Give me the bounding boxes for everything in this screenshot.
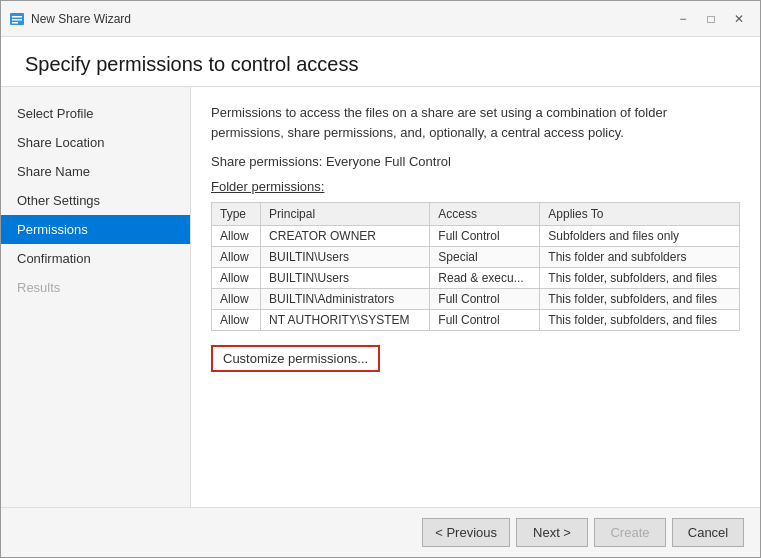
sidebar-item-other-settings[interactable]: Other Settings — [1, 186, 190, 215]
customize-permissions-button[interactable]: Customize permissions... — [211, 345, 380, 372]
close-button[interactable]: ✕ — [726, 7, 752, 31]
page-header: Specify permissions to control access — [1, 37, 760, 87]
next-button[interactable]: Next > — [516, 518, 588, 547]
sidebar-item-permissions[interactable]: Permissions — [1, 215, 190, 244]
permissions-table: Type Principal Access Applies To AllowCR… — [211, 202, 740, 331]
previous-button[interactable]: < Previous — [422, 518, 510, 547]
table-row: AllowCREATOR OWNERFull ControlSubfolders… — [212, 226, 740, 247]
col-access: Access — [430, 203, 540, 226]
app-icon — [9, 11, 25, 27]
svg-rect-2 — [12, 19, 22, 21]
col-applies-to: Applies To — [540, 203, 740, 226]
svg-rect-1 — [12, 16, 22, 18]
svg-rect-3 — [12, 22, 18, 24]
maximize-button[interactable]: □ — [698, 7, 724, 31]
window-controls: − □ ✕ — [670, 7, 752, 31]
sidebar-item-share-location[interactable]: Share Location — [1, 128, 190, 157]
sidebar-item-select-profile[interactable]: Select Profile — [1, 99, 190, 128]
sidebar: Select Profile Share Location Share Name… — [1, 87, 191, 507]
main-content-panel: Permissions to access the files on a sha… — [191, 87, 760, 507]
col-type: Type — [212, 203, 261, 226]
window-title: New Share Wizard — [31, 12, 670, 26]
cancel-button[interactable]: Cancel — [672, 518, 744, 547]
title-bar: New Share Wizard − □ ✕ — [1, 1, 760, 37]
content-area: Select Profile Share Location Share Name… — [1, 87, 760, 507]
window-body: Specify permissions to control access Se… — [1, 37, 760, 557]
table-row: AllowNT AUTHORITY\SYSTEMFull ControlThis… — [212, 310, 740, 331]
col-principal: Principal — [261, 203, 430, 226]
sidebar-item-results: Results — [1, 273, 190, 302]
table-row: AllowBUILTIN\UsersSpecialThis folder and… — [212, 247, 740, 268]
share-permissions-line: Share permissions: Everyone Full Control — [211, 154, 740, 169]
table-row: AllowBUILTIN\AdministratorsFull ControlT… — [212, 289, 740, 310]
page-title: Specify permissions to control access — [25, 53, 736, 76]
create-button[interactable]: Create — [594, 518, 666, 547]
folder-permissions-label: Folder permissions: — [211, 179, 740, 194]
description-text: Permissions to access the files on a sha… — [211, 103, 740, 142]
sidebar-item-share-name[interactable]: Share Name — [1, 157, 190, 186]
footer: < Previous Next > Create Cancel — [1, 507, 760, 557]
minimize-button[interactable]: − — [670, 7, 696, 31]
sidebar-item-confirmation[interactable]: Confirmation — [1, 244, 190, 273]
main-window: New Share Wizard − □ ✕ Specify permissio… — [0, 0, 761, 558]
table-row: AllowBUILTIN\UsersRead & execu...This fo… — [212, 268, 740, 289]
